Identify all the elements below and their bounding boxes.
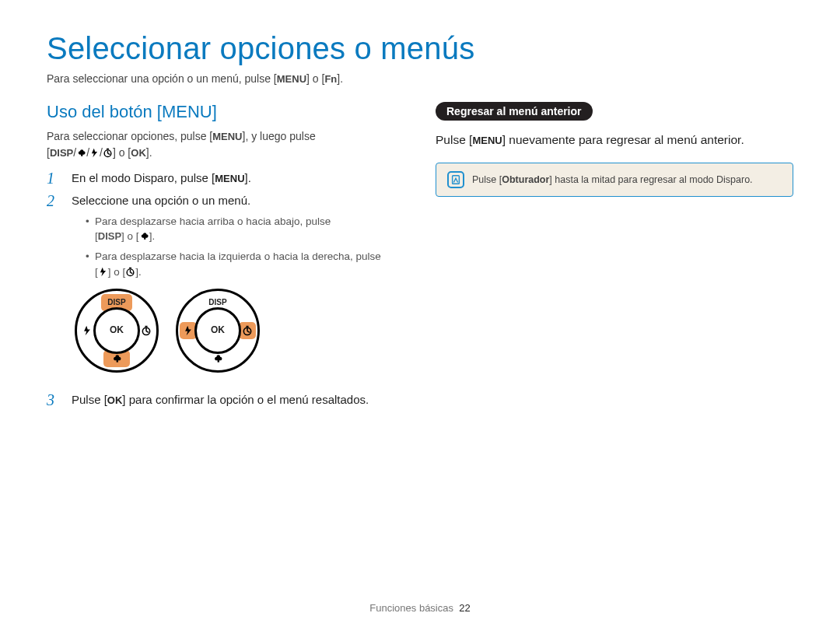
dial-ok: OK: [194, 307, 241, 354]
note-box: Pulse [Obturador] hasta la mitad para re…: [436, 163, 793, 197]
section-heading: Uso del botón [MENU]: [47, 102, 404, 122]
step-number: 2: [47, 192, 61, 387]
right-column: Regresar al menú anterior Pulse [MENU] n…: [436, 102, 793, 414]
step-list: 1 En el modo Disparo, pulse [MENU]. 2 Se…: [47, 170, 404, 409]
step-number: 1: [47, 170, 61, 187]
dial-diagram-row: DISP OK DISP OK: [75, 289, 381, 373]
dial-ok: OK: [93, 307, 140, 354]
intro-text: Para seleccionar una opción o un menú, p…: [47, 72, 793, 85]
flower-icon: [76, 146, 86, 162]
step-1: 1 En el modo Disparo, pulse [MENU].: [47, 170, 404, 187]
timer-icon: [138, 322, 155, 339]
timer-icon: [125, 266, 135, 282]
back-text: Pulse [MENU] nuevamente para regresar al…: [436, 131, 793, 149]
step-2: 2 Seleccione una opción o un menú. Para …: [47, 192, 404, 387]
bullet-item: Para desplazarse hacia arriba o hacia ab…: [86, 214, 381, 246]
dial-leftright: DISP OK: [176, 289, 260, 373]
back-chip: Regresar al menú anterior: [436, 102, 593, 121]
note-icon: [447, 171, 464, 188]
timer-icon: [239, 322, 256, 339]
lead-text: Para seleccionar opciones, pulse [MENU],…: [47, 128, 404, 162]
bullet-item: Para desplazarse hacia la izquierda o ha…: [86, 249, 381, 281]
flower-icon: [139, 230, 149, 246]
flash-icon: [98, 266, 108, 282]
dial-updown: DISP OK: [75, 289, 159, 373]
flash-icon: [89, 146, 100, 162]
page-footer: Funciones básicas 22: [0, 602, 840, 614]
timer-icon: [103, 146, 113, 162]
step-number: 3: [47, 391, 61, 409]
page-title: Seleccionar opciones o menús: [47, 31, 793, 66]
step-3: 3 Pulse [OK] para confirmar la opción o …: [47, 391, 404, 409]
left-column: Uso del botón [MENU] Para seleccionar op…: [47, 102, 404, 414]
